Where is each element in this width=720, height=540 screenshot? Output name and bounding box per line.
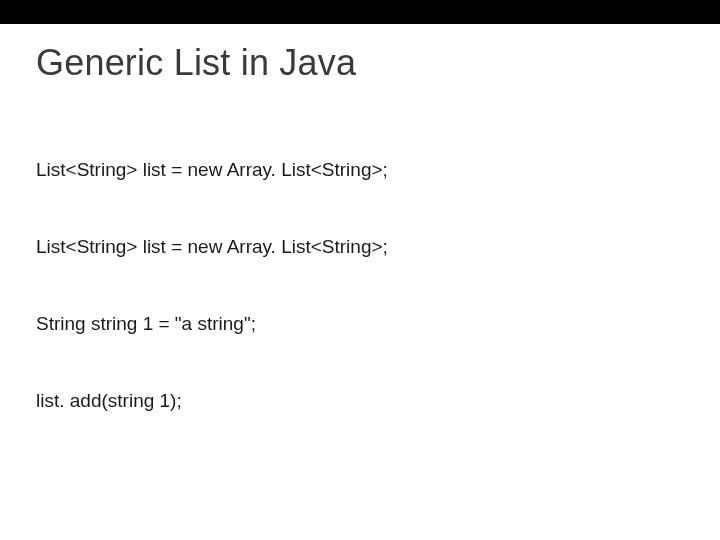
slide-content: Generic List in Java List<String> list =… <box>0 24 720 540</box>
top-bar <box>0 0 720 24</box>
code-block: List<String> list = new Array. List<Stri… <box>36 106 684 540</box>
slide-title: Generic List in Java <box>36 42 684 84</box>
code-line: String string 1 = "a string"; <box>36 311 684 337</box>
code-line: List<String> list = new Array. List<Stri… <box>36 234 684 260</box>
code-line: list. add(string 1); <box>36 388 684 414</box>
code-line: List<String> list = new Array. List<Stri… <box>36 157 684 183</box>
blank-line <box>36 465 684 489</box>
